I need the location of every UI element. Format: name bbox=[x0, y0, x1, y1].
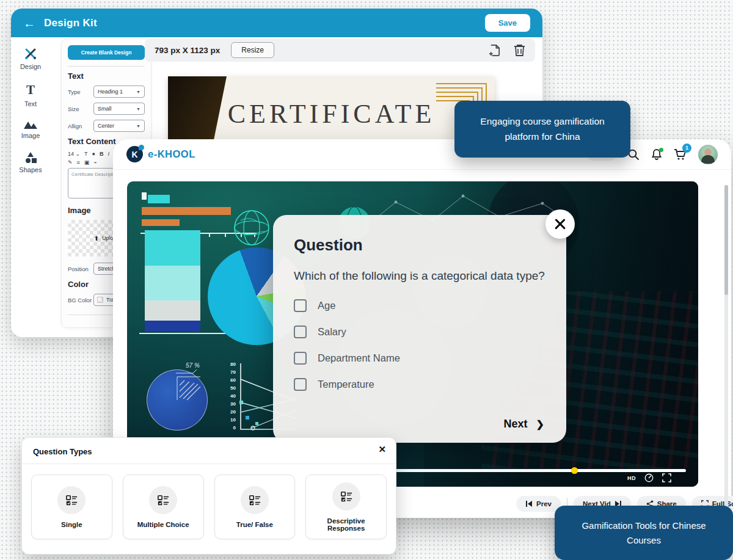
align-select[interactable]: Center ▼ bbox=[93, 120, 145, 132]
close-icon[interactable] bbox=[545, 209, 575, 239]
video-progress-knob[interactable] bbox=[571, 467, 578, 474]
pencil-icon[interactable]: ✎ bbox=[68, 159, 73, 165]
text-color-icon[interactable]: T bbox=[84, 151, 88, 157]
checklist-icon bbox=[57, 486, 86, 514]
sidebar-item-design[interactable]: Design bbox=[20, 47, 41, 70]
scrollbar[interactable] bbox=[724, 185, 728, 509]
pie-hatch-decoration bbox=[164, 368, 213, 405]
type-select[interactable]: Heading 1 ▼ bbox=[93, 85, 145, 98]
transparent-swatch-icon bbox=[97, 297, 103, 303]
checkbox-age[interactable] bbox=[294, 299, 307, 312]
shapes-icon bbox=[24, 151, 37, 164]
link-icon[interactable]: ⌁ bbox=[93, 159, 97, 165]
sidebar-item-text[interactable]: T Text bbox=[24, 82, 37, 107]
back-arrow-icon[interactable]: ← bbox=[23, 17, 35, 29]
create-blank-design-button[interactable]: Create Blank Design bbox=[68, 45, 145, 60]
color-swatch-icon[interactable]: ● bbox=[92, 151, 95, 157]
ekhool-logo-icon: K bbox=[126, 146, 143, 162]
close-icon[interactable]: ✕ bbox=[378, 444, 386, 455]
size-select[interactable]: Small ▼ bbox=[93, 103, 145, 115]
next-question-button[interactable]: Next ❯ bbox=[504, 418, 544, 431]
question-type-card-multiple-choice[interactable]: Multiple Choice bbox=[123, 475, 204, 539]
bar-chart-decoration bbox=[142, 192, 147, 200]
ekhool-logo-text: e-KHOOL bbox=[148, 148, 195, 160]
checklist-icon bbox=[149, 486, 177, 514]
bar-chart-decoration bbox=[142, 207, 231, 215]
notification-dot bbox=[659, 148, 663, 152]
sidebar-item-image[interactable]: Image bbox=[21, 120, 40, 139]
stacked-bar-decoration bbox=[145, 230, 200, 332]
checkbox-temperature[interactable] bbox=[294, 378, 307, 391]
text-icon: T bbox=[26, 82, 35, 98]
globe-icon bbox=[232, 208, 271, 247]
add-page-icon[interactable] bbox=[489, 44, 501, 57]
quiz-option-row: Department Name bbox=[294, 352, 545, 365]
playback-speed-icon[interactable] bbox=[644, 473, 654, 482]
question-type-card-true-false[interactable]: True/ False bbox=[214, 475, 296, 539]
list-icon[interactable]: ≡ bbox=[77, 159, 80, 165]
quiz-options: Age Salary Department Name Temperature bbox=[294, 299, 545, 391]
checklist-icon bbox=[332, 482, 360, 511]
design-kit-title: Design Kit bbox=[44, 17, 97, 29]
chevron-down-icon: ▼ bbox=[136, 107, 140, 111]
canvas-toolbar: 793 px X 1123 px Resize bbox=[145, 38, 535, 62]
question-type-card-single[interactable]: Single bbox=[31, 475, 112, 539]
canvas-dimensions: 793 px X 1123 px bbox=[155, 46, 220, 55]
bar-chart-decoration bbox=[148, 195, 170, 203]
cart-count-badge: 1 bbox=[682, 144, 691, 153]
quiz-modal: Question Which of the following is a cat… bbox=[273, 215, 566, 443]
resize-button[interactable]: Resize bbox=[231, 42, 274, 58]
bg-color-label: BG Color bbox=[68, 297, 92, 304]
notifications-bell-icon[interactable] bbox=[651, 148, 663, 161]
fullscreen-icon[interactable] bbox=[662, 473, 671, 482]
cart-icon[interactable]: 1 bbox=[674, 148, 687, 161]
size-label: Size bbox=[68, 106, 79, 112]
font-size-control[interactable]: 14 ⌄ bbox=[68, 151, 80, 157]
checklist-icon bbox=[241, 486, 269, 514]
bar-chart-decoration bbox=[142, 219, 180, 226]
user-avatar[interactable] bbox=[698, 145, 718, 164]
checkbox-salary[interactable] bbox=[294, 325, 307, 338]
quiz-option-row: Age bbox=[294, 299, 545, 312]
question-type-card-descriptive[interactable]: Descriptive Responses bbox=[305, 475, 387, 539]
italic-icon[interactable]: I bbox=[108, 151, 110, 157]
checkbox-department-name[interactable] bbox=[294, 352, 307, 365]
quiz-option-row: Temperature bbox=[294, 378, 545, 391]
tooltip-gamification-platform: Engaging course gamification platform fo… bbox=[454, 101, 630, 158]
prev-button[interactable]: Prev bbox=[516, 496, 561, 512]
lms-header: K e-KHOOL LMS 1 bbox=[113, 139, 731, 170]
save-button[interactable]: Save bbox=[485, 14, 530, 32]
design-tools-icon bbox=[24, 47, 37, 60]
quiz-question-text: Which of the following is a categorical … bbox=[294, 267, 545, 285]
align-label: Allign bbox=[68, 123, 82, 129]
tooltip-gamification-tools: Gamification Tools for Chinese Courses bbox=[555, 506, 733, 560]
quiz-option-row: Salary bbox=[294, 325, 545, 338]
insert-image-icon[interactable]: ▣ bbox=[84, 159, 90, 165]
question-types-title: Question Types bbox=[33, 447, 92, 456]
design-kit-sidebar: Design T Text Image Shapes bbox=[11, 41, 50, 173]
image-icon bbox=[23, 120, 38, 129]
upload-icon: ⬆ bbox=[94, 235, 99, 242]
bold-icon[interactable]: B bbox=[100, 151, 104, 157]
skip-prev-icon bbox=[525, 500, 533, 507]
chevron-right-icon: ❯ bbox=[536, 418, 544, 430]
design-kit-header: ← Design Kit Save bbox=[11, 9, 542, 37]
quiz-title: Question bbox=[294, 236, 545, 255]
chevron-down-icon: ▼ bbox=[136, 124, 140, 128]
question-types-panel: Question Types ✕ Single Multiple Choice … bbox=[21, 437, 396, 555]
sidebar-item-shapes[interactable]: Shapes bbox=[19, 151, 42, 173]
hd-quality-button[interactable]: HD bbox=[627, 475, 636, 481]
pie-percent-label: 57 % bbox=[186, 362, 200, 369]
trash-icon[interactable] bbox=[514, 44, 525, 57]
position-label: Position bbox=[68, 266, 89, 272]
type-label: Type bbox=[68, 89, 81, 95]
text-section-title: Text bbox=[68, 71, 145, 81]
chevron-down-icon: ▼ bbox=[136, 90, 140, 94]
